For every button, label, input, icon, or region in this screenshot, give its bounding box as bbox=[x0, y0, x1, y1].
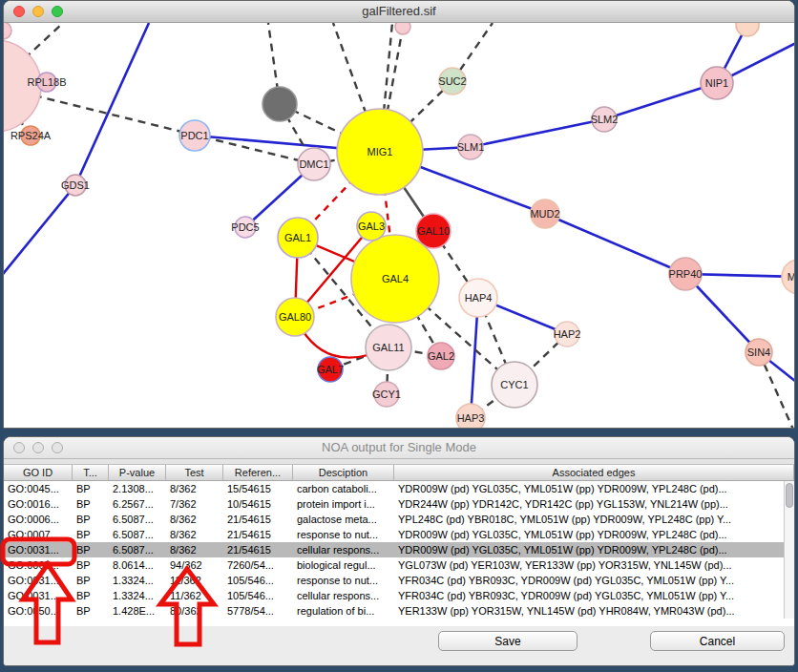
table-row[interactable]: GO:0007...BP6.5087...8/36221/54615respon… bbox=[4, 527, 794, 542]
node-GAL3[interactable] bbox=[357, 212, 386, 241]
cell-type[interactable]: BP bbox=[73, 542, 109, 557]
node-GAL1[interactable] bbox=[278, 218, 318, 258]
cell-type[interactable]: BP bbox=[73, 573, 109, 588]
cell-test[interactable]: 11/362 bbox=[166, 588, 223, 603]
network-edge[interactable] bbox=[471, 119, 604, 147]
cell-p_value[interactable]: 8.0614... bbox=[109, 557, 166, 573]
cell-test[interactable]: 8/362 bbox=[166, 542, 223, 557]
node-MUD2[interactable] bbox=[531, 200, 559, 228]
network-edge[interactable] bbox=[604, 83, 717, 119]
node-HAP4[interactable] bbox=[459, 279, 497, 317]
cell-go_id[interactable]: GO:0050... bbox=[4, 603, 73, 619]
cell-reference[interactable]: 21/54615 bbox=[223, 542, 293, 557]
cell-reference[interactable]: 7260/54... bbox=[223, 557, 293, 573]
cell-edges[interactable]: YDR244W (pp) YDR142C, YDR142C (pp) YGL15… bbox=[394, 496, 794, 512]
node-MIG1[interactable] bbox=[337, 109, 423, 195]
cell-description[interactable]: galactose meta... bbox=[293, 512, 394, 527]
cell-reference[interactable]: 21/54615 bbox=[223, 512, 293, 527]
node-SUC2[interactable] bbox=[439, 68, 466, 94]
cell-type[interactable]: BP bbox=[73, 588, 109, 603]
column-header-desciption[interactable]: Desciption bbox=[293, 465, 394, 480]
cell-description[interactable]: response to nut... bbox=[293, 573, 394, 588]
cell-test[interactable]: 80/362 bbox=[166, 603, 223, 619]
node-frag-top2[interactable] bbox=[736, 23, 759, 36]
node-GAL2[interactable] bbox=[428, 343, 454, 369]
table-row[interactable]: GO:0006...BP6.5087...8/36221/54615galact… bbox=[4, 512, 794, 527]
node-SLM1[interactable] bbox=[458, 135, 483, 159]
vertical-scrollbar[interactable] bbox=[784, 481, 794, 619]
column-header-associated-edges[interactable]: Associated edges bbox=[394, 465, 794, 480]
cell-test[interactable]: 8/362 bbox=[166, 527, 223, 542]
cell-reference[interactable]: 5778/54... bbox=[223, 603, 293, 619]
cell-edges[interactable]: YDR009W (pd) YGL035C, YML051W (pp) YDR00… bbox=[394, 527, 794, 542]
column-header-p-value[interactable]: P-value bbox=[109, 465, 166, 480]
noa-window-titlebar[interactable]: NOA output for Single Mode bbox=[4, 437, 794, 459]
cell-p_value[interactable]: 6.5087... bbox=[109, 542, 166, 557]
cell-edges[interactable]: YFR034C (pd) YBR093C, YDR009W (pd) YGL03… bbox=[394, 588, 794, 603]
node-gray-node[interactable] bbox=[262, 87, 297, 121]
column-header-referen-[interactable]: Referen... bbox=[223, 465, 293, 480]
column-header-t-[interactable]: T... bbox=[73, 465, 109, 480]
cell-p_value[interactable]: 6.5087... bbox=[109, 512, 166, 527]
column-header-go-id[interactable]: GO ID bbox=[4, 465, 73, 480]
node-frag-topleft[interactable] bbox=[4, 23, 11, 39]
node-SIN4[interactable] bbox=[746, 339, 772, 366]
node-DMC1[interactable] bbox=[298, 148, 330, 180]
cell-go_id[interactable]: GO:0031... bbox=[4, 573, 73, 588]
cell-go_id[interactable]: GO:0045... bbox=[4, 481, 73, 496]
cell-type[interactable]: BP bbox=[73, 603, 109, 619]
cell-reference[interactable]: 10/54615 bbox=[223, 496, 293, 512]
column-header-test[interactable]: Test bbox=[166, 465, 223, 480]
cell-p_value[interactable]: 1.3324... bbox=[109, 588, 166, 603]
node-PDC1[interactable] bbox=[179, 120, 210, 151]
node-RPS24A[interactable] bbox=[21, 126, 40, 145]
cell-description[interactable]: biological regul... bbox=[293, 557, 394, 573]
network-edge[interactable] bbox=[545, 214, 685, 274]
node-big-left[interactable] bbox=[4, 40, 41, 132]
table-row[interactable]: GO:0016...BP6.2567...7/36210/54615protei… bbox=[4, 496, 794, 512]
cell-test[interactable]: 7/362 bbox=[166, 496, 223, 512]
cell-go_id[interactable]: GO:0031... bbox=[4, 542, 73, 557]
network-graph[interactable]: RPL18BRPS24AGDS1PDC1MIG1DMC1SUC2SLM1SLM2… bbox=[4, 23, 794, 429]
cell-test[interactable]: 11/362 bbox=[166, 573, 223, 588]
cell-go_id[interactable]: GO:0007... bbox=[4, 527, 73, 542]
cell-go_id[interactable]: GO:0006... bbox=[4, 512, 73, 527]
cell-test[interactable]: 94/362 bbox=[166, 557, 223, 573]
cell-reference[interactable]: 15/54615 bbox=[223, 481, 293, 496]
cell-go_id[interactable]: GO:0031... bbox=[4, 588, 73, 603]
cell-edges[interactable]: YFR034C (pd) YBR093C, YDR009W (pd) YGL03… bbox=[394, 573, 794, 588]
table-row[interactable]: GO:0050...BP1.428E...80/3625778/54...reg… bbox=[4, 603, 794, 619]
node-CYC1[interactable] bbox=[492, 362, 537, 408]
node-PRP40[interactable] bbox=[669, 258, 702, 290]
cell-p_value[interactable]: 6.5087... bbox=[109, 527, 166, 542]
cell-edges[interactable]: YDR009W (pd) YGL035C, YML051W (pp) YDR00… bbox=[394, 481, 794, 496]
cell-type[interactable]: BP bbox=[73, 496, 109, 512]
table-row[interactable]: GO:0065...BP8.0614...94/3627260/54...bio… bbox=[4, 557, 794, 573]
save-button[interactable]: Save bbox=[438, 631, 578, 651]
node-GAL7[interactable] bbox=[318, 357, 343, 382]
cell-type[interactable]: BP bbox=[73, 527, 109, 542]
node-MSN[interactable] bbox=[782, 260, 794, 294]
scrollbar-thumb[interactable] bbox=[786, 483, 793, 508]
cell-description[interactable]: cellular respons... bbox=[293, 542, 394, 557]
cell-p_value[interactable]: 2.1308... bbox=[109, 481, 166, 496]
cell-edges[interactable]: YGL073W (pd) YER103W, YER133W (pp) YOR31… bbox=[394, 557, 794, 573]
cell-test[interactable]: 8/362 bbox=[166, 512, 223, 527]
node-NIP1[interactable] bbox=[701, 67, 733, 99]
node-HAP2[interactable] bbox=[555, 322, 579, 346]
node-GDS1[interactable] bbox=[65, 175, 86, 196]
cell-reference[interactable]: 105/546... bbox=[223, 573, 293, 588]
cancel-button[interactable]: Cancel bbox=[650, 631, 785, 651]
cell-type[interactable]: BP bbox=[73, 557, 109, 573]
cell-type[interactable]: BP bbox=[73, 512, 109, 527]
cell-description[interactable]: response to nut... bbox=[293, 527, 394, 542]
cell-description[interactable]: cellular respons... bbox=[293, 588, 394, 603]
cell-test[interactable]: 8/362 bbox=[166, 481, 223, 496]
table-row[interactable]: GO:0031...BP6.5087...8/36221/54615cellul… bbox=[4, 542, 794, 557]
cell-description[interactable]: carbon cataboli... bbox=[293, 481, 394, 496]
table-row[interactable]: GO:0045...BP2.1308...8/36215/54615carbon… bbox=[4, 481, 794, 496]
network-canvas[interactable]: RPL18BRPS24AGDS1PDC1MIG1DMC1SUC2SLM1SLM2… bbox=[4, 23, 794, 428]
node-GAL80[interactable] bbox=[276, 298, 314, 336]
cell-description[interactable]: regulation of bi... bbox=[293, 603, 394, 619]
node-HAP3[interactable] bbox=[456, 404, 485, 429]
